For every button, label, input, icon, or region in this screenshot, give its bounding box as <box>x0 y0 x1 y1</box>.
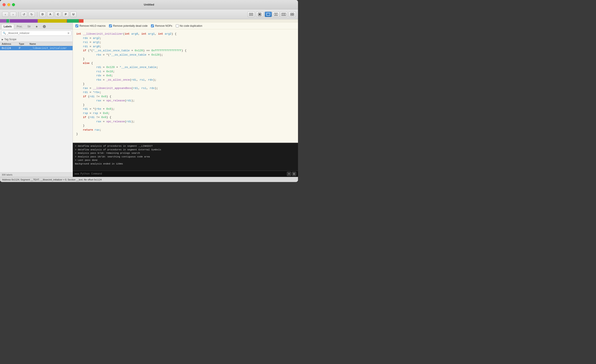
col-name: Name <box>30 43 71 45</box>
redo-button[interactable]: ↻ <box>29 12 35 17</box>
code-line-3: rdi = arg0; <box>76 44 295 49</box>
code-line-1: rdx = arg2; <box>76 36 295 40</box>
search-clear-button[interactable]: ✕ <box>67 31 70 35</box>
console-input[interactable] <box>81 172 286 175</box>
grid-btn[interactable] <box>289 12 296 17</box>
layout-single-btn[interactable] <box>265 12 272 17</box>
table-row[interactable]: 0x1124 P __libsecinit_initializer <box>0 46 73 50</box>
tag-scope-label: Tag Scope <box>4 38 16 41</box>
layout-split-btn[interactable] <box>272 12 280 17</box>
options-bar: Remove HI/LO macros Remove potentially d… <box>73 23 298 29</box>
row-address: 0x1124 <box>2 47 19 50</box>
tab-dot-icon: • <box>43 25 46 28</box>
u-button[interactable]: U <box>70 12 77 17</box>
c-button[interactable]: C <box>55 12 61 17</box>
undo-button[interactable]: ↺ <box>21 12 27 17</box>
status-bar: Address 0x1124, Segment __TEXT, __libsec… <box>0 177 298 182</box>
tab-labels[interactable]: Labels <box>1 24 14 29</box>
p-button[interactable]: P <box>62 12 69 17</box>
svg-rect-12 <box>292 13 294 14</box>
window-title: Untitled <box>144 3 154 6</box>
console-trash-button[interactable]: 🗑 <box>292 172 296 176</box>
svg-rect-5 <box>267 13 270 16</box>
svg-rect-13 <box>291 15 292 16</box>
svg-rect-14 <box>292 15 294 16</box>
d-button[interactable]: D <box>39 12 46 17</box>
svg-rect-2 <box>249 15 253 16</box>
seg-green-small <box>7 19 9 23</box>
sidebar-status: 308 labels <box>0 172 73 177</box>
console-output: > dataflow analysis of procedures in seg… <box>73 143 298 171</box>
console-area: > dataflow analysis of procedures in seg… <box>73 143 298 177</box>
a-button[interactable]: A <box>47 12 53 17</box>
assembly-icon-btn[interactable] <box>247 12 255 17</box>
code-line-20: if (rdi != 0x0) { <box>76 115 295 120</box>
code-line-5: rbx = *(*__os_alloc_once_table + 0x128); <box>76 53 295 57</box>
console-line-4: > Last pass done <box>75 159 296 162</box>
toolbar: ‹ › ↺ ↻ D A C P U <box>0 9 298 19</box>
minimize-button[interactable] <box>7 3 10 6</box>
code-line-11: rbx = _os_alloc_once(rdi, rsi, rdx); <box>76 78 295 82</box>
option-no-duplication[interactable]: No code duplication <box>176 24 202 27</box>
code-line-16: rax = xpc_release(rdi); <box>76 99 295 103</box>
svg-rect-11 <box>291 13 292 14</box>
separator-1 <box>18 12 19 17</box>
checkbox-no-duplication[interactable] <box>176 24 179 27</box>
console-line-2: > Analysis pass 9/10: remaining prologs … <box>75 151 296 155</box>
checkbox-remove-nops[interactable] <box>151 24 154 27</box>
option-remove-hilo[interactable]: Remove HI/LO macros <box>75 24 105 27</box>
table-header: Address Type Name <box>0 42 73 46</box>
code-line-12: } <box>76 82 295 86</box>
code-line-13: rax = __libsecinit_appsandbox(rdi, rsi, … <box>76 86 295 90</box>
code-line-18: rdi = *(rbx + 0x8); <box>76 107 295 111</box>
main-area: Labels Proc. Str ★ • 🔍 ✕ ▶ Tag Scope <box>0 23 298 177</box>
traffic-lights <box>3 3 15 6</box>
console-clear-button[interactable]: ✕ <box>287 172 291 176</box>
code-line-19: rsp = rsp + 0x8; <box>76 111 295 116</box>
back-button[interactable]: ‹ <box>2 12 8 17</box>
content-area: Remove HI/LO macros Remove potentially d… <box>73 23 298 177</box>
label-count: 308 labels <box>2 174 12 176</box>
code-area[interactable]: int __libsecinit_initializer(int arg0, i… <box>73 29 298 143</box>
search-input[interactable] <box>7 32 67 35</box>
titlebar: Untitled <box>0 0 298 9</box>
option-remove-dead[interactable]: Remove potentially dead code <box>109 24 148 27</box>
table-body: 0x1124 P __libsecinit_initializer <box>0 46 73 172</box>
checkbox-remove-hilo[interactable] <box>75 24 78 27</box>
tab-proc[interactable]: Proc. <box>15 24 25 29</box>
svg-rect-1 <box>249 14 253 15</box>
code-line-24: } <box>76 132 295 136</box>
seg-pink <box>79 19 83 23</box>
svg-rect-0 <box>249 13 253 14</box>
layout-triple-btn[interactable] <box>280 12 287 17</box>
separator-2 <box>37 12 37 17</box>
maximize-button[interactable] <box>12 3 15 6</box>
code-line-8: rdi = 0x120 + *__os_alloc_once_table; <box>76 65 295 70</box>
sidebar: Labels Proc. Str ★ • 🔍 ✕ ▶ Tag Scope <box>0 23 73 177</box>
option-remove-nops[interactable]: Remove NOPs <box>151 24 172 27</box>
console-line-0: > dataflow analysis of procedures in seg… <box>75 144 296 148</box>
tab-dot[interactable]: • <box>41 24 48 29</box>
tab-str[interactable]: Str <box>25 24 33 29</box>
cpu-icon-btn[interactable] <box>256 12 263 17</box>
checkbox-remove-dead[interactable] <box>109 24 112 27</box>
console-line-3: > Analysis pass 10/10: searching contigu… <box>75 155 296 159</box>
console-input-row: >>> ✕ 🗑 <box>73 171 298 177</box>
tab-star[interactable]: ★ <box>33 24 40 29</box>
tag-scope[interactable]: ▶ Tag Scope <box>0 37 73 42</box>
svg-rect-8 <box>282 13 283 16</box>
forward-button[interactable]: › <box>10 12 16 17</box>
code-line-0: int __libsecinit_initializer(int arg0, i… <box>76 32 295 36</box>
svg-rect-10 <box>284 13 286 16</box>
row-name: __libsecinit_initializer <box>30 47 71 50</box>
svg-rect-4 <box>259 14 261 15</box>
console-line-1: > dataflow analysis of procedures in seg… <box>75 148 296 152</box>
close-button[interactable] <box>3 3 6 6</box>
col-type: Type <box>19 43 30 45</box>
code-line-21: rax = xpc_release(rdi); <box>76 120 295 124</box>
code-line-22: } <box>76 124 295 128</box>
code-line-23: return rax; <box>76 128 295 132</box>
search-bar: 🔍 ✕ <box>1 31 71 36</box>
segment-bar[interactable] <box>0 19 298 23</box>
code-line-10: rdx = 0x0; <box>76 73 295 78</box>
